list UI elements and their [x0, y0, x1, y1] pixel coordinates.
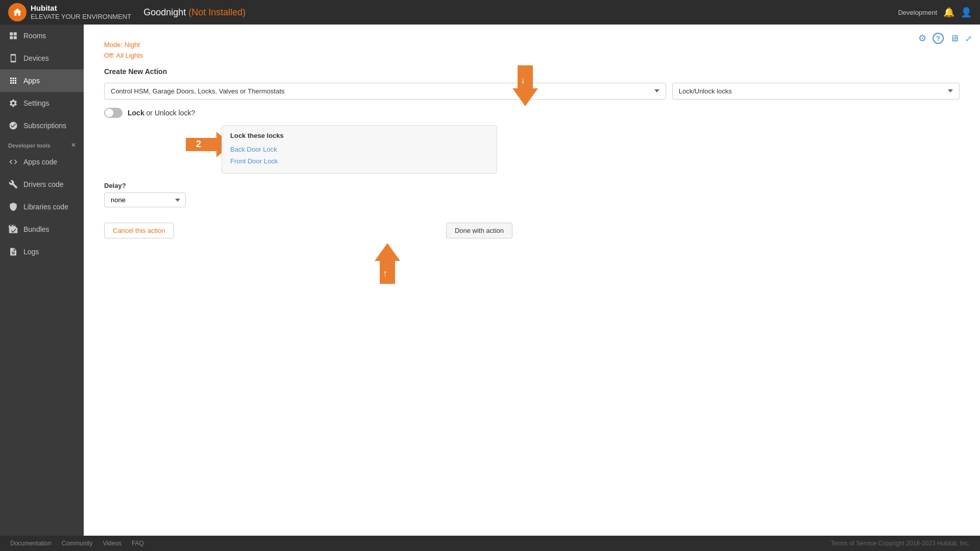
lock-item-front-door[interactable]: Front Door Lock — [230, 155, 488, 167]
sidebar-label-devices: Devices — [23, 54, 49, 62]
logo[interactable]: Hubitat ELEVATE YOUR ENVIRONMENT — [8, 3, 131, 21]
apps-icon — [8, 76, 18, 86]
sidebar-item-bundles[interactable]: Bundles — [0, 218, 84, 241]
sidebar-item-subscriptions[interactable]: Subscriptions — [0, 114, 84, 137]
lock-label: Lock or Unlock lock? — [128, 109, 195, 117]
action-subtype-dropdown[interactable]: Lock/Unlock locks — [672, 83, 960, 100]
libraries-icon — [8, 202, 18, 212]
action-buttons: Cancel this action Done with action ↑ — [104, 223, 512, 238]
sidebar-item-apps-code[interactable]: Apps code — [0, 151, 84, 173]
footer-copyright: Terms of Service Copyright 2018-2023 Hub… — [831, 540, 970, 547]
sidebar-item-apps[interactable]: Apps — [0, 69, 84, 92]
footer: Documentation Community Videos FAQ Terms… — [0, 536, 980, 551]
sidebar: Rooms Devices Apps Settings Subscription — [0, 25, 84, 536]
locks-panel-title: Lock these locks — [230, 132, 488, 139]
lock-row: 2 Lock or Unlock lock? 3 — [104, 108, 960, 118]
lock-toggle[interactable] — [104, 108, 122, 118]
arrow-up-annotation: ↑ — [375, 243, 400, 285]
svg-text:↑: ↑ — [383, 268, 387, 278]
sidebar-label-settings: Settings — [23, 99, 50, 107]
mode-label: Mode: Night — [104, 40, 960, 51]
header-right: Development 🔔 👤 — [898, 7, 972, 18]
lock-item-back-door[interactable]: Back Door Lock — [230, 143, 488, 155]
devices-icon — [8, 53, 18, 63]
sidebar-label-apps-code: Apps code — [23, 158, 57, 166]
delay-label: Delay? — [104, 182, 960, 189]
action-type-dropdown[interactable]: Control HSM, Garage Doors, Locks, Valves… — [104, 83, 666, 100]
locks-panel: Lock these locks Back Door Lock Front Do… — [222, 125, 497, 174]
subscriptions-icon — [8, 121, 18, 131]
settings-icon — [8, 98, 18, 108]
sidebar-label-apps: Apps — [23, 77, 40, 85]
notification-icon[interactable]: 🔔 — [943, 7, 954, 18]
sidebar-item-drivers-code[interactable]: Drivers code — [0, 173, 84, 196]
sidebar-label-logs: Logs — [23, 248, 39, 256]
cancel-action-button[interactable]: Cancel this action — [104, 223, 174, 238]
svg-marker-4 — [512, 65, 538, 106]
collapse-icon[interactable]: ✕ — [71, 142, 76, 149]
arrow-down-annotation: ↓ — [512, 65, 538, 108]
delay-dropdown[interactable]: none — [104, 193, 186, 207]
sidebar-item-devices[interactable]: Devices — [0, 47, 84, 69]
logs-icon — [8, 247, 18, 257]
drivers-code-icon — [8, 179, 18, 189]
app-header: Hubitat ELEVATE YOUR ENVIRONMENT Goodnig… — [0, 0, 980, 25]
content-area: ⚙ ? 🖥 ⤢ Mode: Night Off: All Lights Crea… — [84, 25, 980, 536]
svg-marker-6 — [375, 243, 400, 284]
mode-info: Mode: Night Off: All Lights — [104, 40, 960, 61]
logo-text: Hubitat ELEVATE YOUR ENVIRONMENT — [31, 4, 131, 21]
environment-label: Development — [898, 9, 937, 16]
footer-link-documentation[interactable]: Documentation — [10, 540, 52, 547]
form-area: Mode: Night Off: All Lights Create New A… — [94, 35, 970, 249]
sidebar-label-libraries-code: Libraries code — [23, 203, 68, 211]
footer-link-community[interactable]: Community — [62, 540, 93, 547]
sidebar-label-bundles: Bundles — [23, 225, 50, 233]
user-icon[interactable]: 👤 — [961, 7, 972, 18]
apps-code-icon — [8, 157, 18, 167]
logo-icon — [8, 3, 27, 21]
rooms-icon — [8, 31, 18, 41]
page-title: Goodnight (Not Installed) — [143, 7, 246, 18]
footer-link-videos[interactable]: Videos — [103, 540, 121, 547]
delay-section: Delay? none — [104, 182, 960, 207]
sidebar-item-logs[interactable]: Logs — [0, 241, 84, 263]
svg-text:↓: ↓ — [521, 75, 525, 85]
sidebar-item-libraries-code[interactable]: Libraries code — [0, 196, 84, 218]
sidebar-label-drivers-code: Drivers code — [23, 180, 64, 188]
sidebar-label-subscriptions: Subscriptions — [23, 122, 66, 130]
sidebar-label-rooms: Rooms — [23, 32, 46, 40]
bundles-icon — [8, 224, 18, 234]
main-layout: Rooms Devices Apps Settings Subscription — [0, 25, 980, 536]
done-action-button[interactable]: Done with action — [446, 223, 512, 238]
sidebar-item-rooms[interactable]: Rooms — [0, 25, 84, 47]
footer-link-faq[interactable]: FAQ — [132, 540, 144, 547]
svg-text:2: 2 — [196, 139, 201, 149]
sidebar-item-settings[interactable]: Settings — [0, 92, 84, 114]
off-label: Off: All Lights — [104, 51, 960, 61]
developer-tools-section: Developer tools ✕ — [0, 137, 84, 151]
